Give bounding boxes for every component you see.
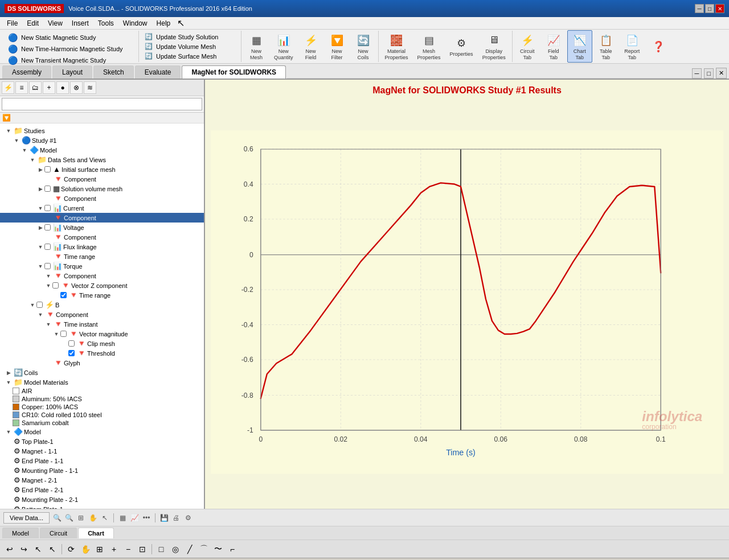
menu-window[interactable]: Window [118, 18, 152, 28]
tree-node-flux-linkage[interactable]: ▼ 📊 Flux linkage [0, 242, 204, 252]
tree-node-component6[interactable]: ▼ 🔻 Component [0, 310, 204, 319]
new-field-button[interactable]: ⚡ NewField [298, 30, 323, 63]
action-pan[interactable]: ✋ [79, 543, 92, 555]
tree-node-threshold[interactable]: 🔻 Threshold [0, 348, 204, 358]
help-button[interactable]: ❓ [646, 36, 671, 57]
display-properties-button[interactable]: 🖥 DisplayProperties [478, 30, 510, 63]
bottom-tab-model[interactable]: Model [2, 528, 39, 538]
bottom-tab-chart[interactable]: Chart [78, 528, 114, 538]
print-icon[interactable]: 🖨 [171, 513, 181, 523]
tree-node-end-plate2[interactable]: ⚙ End Plate - 2-1 [0, 485, 204, 495]
pan-icon[interactable]: ✋ [88, 513, 98, 523]
tree-node-model-root[interactable]: ▼ 🔷 Model [0, 427, 204, 437]
panel-btn-4[interactable]: + [43, 81, 55, 94]
bottom-tab-circuit[interactable]: Circuit [40, 528, 77, 538]
action-zoom-box[interactable]: ⊞ [93, 543, 106, 555]
window-close-icon[interactable]: ✕ [716, 68, 727, 79]
new-coils-button[interactable]: 🔄 NewCoils [351, 30, 376, 63]
tree-node-aluminum[interactable]: Aluminum: 50% IACS [0, 395, 204, 403]
tree-node-time-range2[interactable]: 🔻 Time range [0, 290, 204, 300]
action-select[interactable]: □ [155, 543, 167, 555]
zoom-icon[interactable]: 🔍 [52, 513, 62, 523]
vector-z-checkbox[interactable] [52, 282, 59, 289]
voltage-checkbox[interactable] [44, 224, 51, 230]
settings-icon[interactable]: ⚙ [183, 513, 193, 523]
tree-node-coils[interactable]: ▶ 🔄 Coils [0, 368, 204, 377]
tree-node-mounting-plate1[interactable]: ⚙ Mounting Plate - 1-1 [0, 466, 204, 475]
action-cursor[interactable]: ↖ [32, 543, 44, 555]
tree-node-b[interactable]: ▼ ⚡ B [0, 300, 204, 310]
close-button[interactable]: ✕ [715, 4, 724, 13]
menu-insert[interactable]: Insert [67, 18, 93, 28]
menu-edit[interactable]: Edit [22, 18, 43, 28]
action-spline[interactable]: 〜 [212, 543, 224, 555]
tab-magnet[interactable]: MagNet for SOLIDWORKS [182, 65, 286, 79]
tree-node-glyph[interactable]: 🔻 Glyph [0, 358, 204, 368]
action-rotate[interactable]: ⟳ [65, 543, 77, 555]
panel-btn-1[interactable]: ⚡ [2, 81, 14, 94]
chart-type-line[interactable]: 📈 [129, 513, 140, 523]
view-data-button[interactable]: View Data... [3, 512, 50, 524]
time-range2-checkbox[interactable] [60, 292, 67, 298]
tree-node-component4[interactable]: 🔻 Component [0, 232, 204, 242]
table-tab-button[interactable]: 📋 TableTab [593, 30, 619, 63]
action-line[interactable]: ╱ [183, 543, 196, 555]
select-icon[interactable]: ↖ [100, 513, 110, 523]
restore-button[interactable]: □ [705, 4, 714, 13]
tree-node-mounting-plate2[interactable]: ⚙ Mounting Plate - 2-1 [0, 495, 204, 504]
minimize-button[interactable]: ─ [695, 4, 704, 13]
circuit-tab-button[interactable]: ⚡ CircuitTab [515, 30, 540, 63]
chart-type-bar[interactable]: ▦ [117, 513, 128, 523]
material-properties-button[interactable]: 🧱 MaterialProperties [381, 30, 412, 63]
window-restore-icon[interactable]: □ [704, 68, 714, 79]
menu-file[interactable]: File [2, 18, 22, 28]
action-fillet[interactable]: ⌐ [226, 543, 239, 555]
update-surface-btn[interactable]: 🔄 Update Surface Mesh [142, 51, 237, 61]
action-cursor2[interactable]: ↖ [46, 543, 59, 555]
tree-node-current[interactable]: ▼ 📊 Current [0, 203, 204, 213]
tree-node-magnet2[interactable]: ⚙ Magnet - 2-1 [0, 475, 204, 485]
action-redo[interactable]: ↪ [18, 543, 30, 555]
field-tab-button[interactable]: 📈 FieldTab [541, 30, 566, 63]
tree-node-clip-mesh[interactable]: 🔻 Clip mesh [0, 339, 204, 348]
tree-node-end-plate1[interactable]: ⚙ End Plate - 1-1 [0, 456, 204, 466]
panel-btn-5[interactable]: ● [56, 81, 69, 94]
tree-node-cr10[interactable]: CR10: Cold rolled 1010 steel [0, 411, 204, 419]
tab-sketch[interactable]: Sketch [93, 65, 134, 79]
tree-node-samarium[interactable]: Samarium cobalt [0, 419, 204, 427]
tree-node-study1[interactable]: ▼ 🔵 Study #1 [0, 135, 204, 145]
torque-checkbox[interactable] [44, 263, 51, 269]
menu-view[interactable]: View [43, 18, 67, 28]
update-study-btn[interactable]: 🔄 Update Study Solution [142, 32, 237, 42]
chart-type-scatter[interactable]: ••• [141, 513, 151, 523]
new-filter-button[interactable]: 🔽 NewFilter [325, 30, 350, 63]
action-arc[interactable]: ⌒ [198, 543, 210, 555]
tree-search-input[interactable] [2, 98, 202, 110]
new-time-harmonic-study[interactable]: 🔵 New Time-Harmonic Magnetic Study [6, 43, 135, 55]
tree-node-top-plate[interactable]: ⚙ Top Plate-1 [0, 437, 204, 446]
menu-tools[interactable]: Tools [93, 18, 118, 28]
action-fit-all[interactable]: ⊡ [136, 543, 149, 555]
tree-node-time-instant[interactable]: ▼ 🔻 Time instant [0, 319, 204, 329]
menu-help[interactable]: Help [152, 18, 175, 28]
mesh-properties-button[interactable]: ▤ MeshProperties [413, 30, 445, 63]
tree-node-copper[interactable]: Copper: 100% IACS [0, 403, 204, 411]
tree-node-model-materials[interactable]: ▼ 📁 Model Materials [0, 377, 204, 387]
tab-assembly[interactable]: Assembly [2, 65, 51, 79]
fit-icon[interactable]: ⊞ [76, 513, 86, 523]
tree-node-component2[interactable]: 🔻 Component [0, 193, 204, 203]
current-checkbox[interactable] [44, 205, 51, 211]
tab-evaluate[interactable]: Evaluate [135, 65, 181, 79]
threshold-checkbox[interactable] [68, 350, 75, 356]
new-mesh-button[interactable]: ▦ NewMesh [244, 30, 269, 63]
tree-node-studies[interactable]: ▼ 📁 Studies [0, 126, 204, 135]
vector-mag-checkbox[interactable] [60, 331, 67, 337]
tree-node-datasets[interactable]: ▼ 📁 Data Sets and Views [0, 155, 204, 164]
tree-node-component3[interactable]: 🔻 Component [0, 213, 204, 223]
tree-node-vector-magnitude[interactable]: ▼ 🔻 Vector magnitude [0, 329, 204, 339]
chart-tab-button[interactable]: 📉 ChartTab [567, 30, 592, 63]
flux-linkage-checkbox[interactable] [44, 244, 51, 250]
new-transient-study[interactable]: 🔵 New Transient Magnetic Study [6, 55, 135, 66]
initial-surface-checkbox[interactable] [44, 166, 51, 172]
window-minimize-icon[interactable]: ─ [692, 68, 702, 79]
